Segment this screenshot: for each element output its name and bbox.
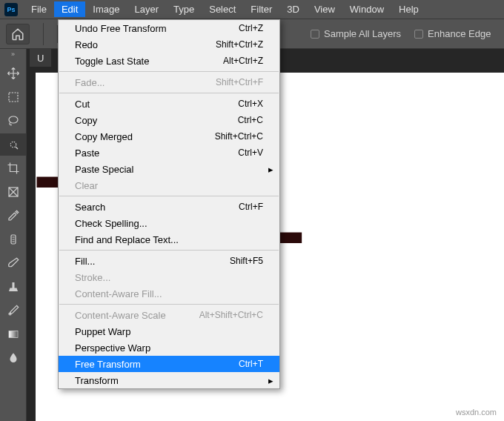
menu-item-paste-special[interactable]: Paste Special▸ [59,161,279,177]
tools-panel: » [0,49,27,421]
menu-item-shortcut: Ctrl+Z [239,23,263,33]
menu-item-label: Undo Free Transform [75,23,167,34]
watermark: wsxdn.com [456,408,497,417]
document-tab-label: U [37,53,44,64]
menu-item-content-aware-scale: Content-Aware ScaleAlt+Shift+Ctrl+C [59,307,279,323]
clone-stamp-tool[interactable] [0,276,26,298]
menu-item-transform[interactable]: Transform▸ [59,372,279,388]
enhance-edge-checkbox[interactable]: Enhance Edge [414,28,491,39]
gradient-tool[interactable] [0,323,26,345]
menu-file[interactable]: File [24,1,54,17]
menu-item-label: Fill... [75,256,95,267]
home-button[interactable] [6,24,30,44]
eyedropper-tool[interactable] [0,205,26,227]
menu-item-shortcut: Ctrl+X [238,99,263,109]
menu-item-label: Check Spelling... [75,218,147,229]
document-tab[interactable]: U [30,49,51,67]
menu-select[interactable]: Select [202,1,243,17]
menu-item-copy[interactable]: CopyCtrl+C [59,112,279,128]
panel-collapse-icon[interactable]: » [0,50,26,61]
menu-separator [59,196,279,196]
menu-item-cut[interactable]: CutCtrl+X [59,96,279,112]
menu-item-puppet-warp[interactable]: Puppet Warp [59,323,279,339]
menu-item-find-and-replace-text[interactable]: Find and Replace Text... [59,231,279,248]
menu-item-search[interactable]: SearchCtrl+F [59,199,279,215]
menu-item-toggle-last-state[interactable]: Toggle Last StateAlt+Ctrl+Z [59,53,279,69]
menu-item-fill[interactable]: Fill...Shift+F5 [59,253,279,269]
menu-item-label: Toggle Last State [75,56,149,67]
menu-item-label: Find and Replace Text... [75,234,179,245]
menu-item-label: Transform [75,375,119,386]
enhance-edge-label: Enhance Edge [428,28,491,39]
menu-item-shortcut: Ctrl+T [239,359,263,369]
menu-item-copy-merged[interactable]: Copy MergedShift+Ctrl+C [59,128,279,145]
menu-image[interactable]: Image [85,1,127,17]
menu-item-content-aware-fill: Content-Aware Fill... [59,285,279,302]
menu-item-label: Search [75,202,105,213]
menu-3d[interactable]: 3D [279,1,307,17]
menu-item-shortcut: Ctrl+V [238,147,263,158]
app-logo: Ps [4,3,18,16]
menu-item-shortcut: Ctrl+F [239,202,263,212]
sample-all-layers-label: Sample All Layers [324,28,401,39]
brush-tool[interactable] [0,252,26,274]
menu-item-label: Redo [75,39,98,50]
menu-layer[interactable]: Layer [127,1,167,17]
svg-rect-0 [9,93,18,102]
menu-item-label: Copy Merged [75,131,133,142]
menu-item-paste[interactable]: PasteCtrl+V [59,145,279,161]
menu-item-shortcut: Shift+Ctrl+Z [216,39,263,50]
menu-item-fade: Fade...Shift+Ctrl+F [59,74,279,90]
svg-rect-6 [9,331,18,338]
sample-all-layers-checkbox[interactable]: Sample All Layers [311,28,401,39]
menu-separator [59,93,279,93]
marquee-tool[interactable] [0,86,26,108]
menu-item-free-transform[interactable]: Free TransformCtrl+T [59,356,279,372]
checkbox-icon [414,30,423,39]
menu-item-shortcut: Shift+Ctrl+F [216,77,263,87]
menu-item-perspective-warp[interactable]: Perspective Warp [59,339,279,356]
divider [43,23,44,45]
healing-brush-tool[interactable] [0,228,26,251]
quick-selection-tool[interactable] [0,133,26,156]
menu-item-label: Fade... [75,77,105,88]
menu-item-stroke: Stroke... [59,269,279,285]
menu-window[interactable]: Window [342,1,391,17]
history-brush-tool[interactable] [0,299,26,322]
menu-item-shortcut: Shift+Ctrl+C [215,131,263,142]
menu-item-label: Copy [75,115,97,126]
menu-separator [59,250,279,251]
menu-item-shortcut: Shift+F5 [230,256,263,266]
menu-separator [59,304,279,305]
checkbox-icon [311,30,319,39]
edit-menu-dropdown: Undo Free TransformCtrl+ZRedoShift+Ctrl+… [58,19,280,389]
menu-item-redo[interactable]: RedoShift+Ctrl+Z [59,36,279,53]
menu-edit[interactable]: Edit [54,1,85,17]
menu-item-label: Free Transform [75,359,141,370]
menu-separator [59,71,279,72]
menu-item-undo-free-transform[interactable]: Undo Free TransformCtrl+Z [59,20,279,36]
menu-item-label: Puppet Warp [75,326,130,337]
frame-tool[interactable] [0,181,26,203]
blur-tool[interactable] [0,347,26,369]
lasso-tool[interactable] [0,110,26,132]
menu-item-label: Content-Aware Scale [75,310,166,321]
menu-item-label: Stroke... [75,272,110,283]
menu-item-shortcut: Alt+Shift+Ctrl+C [199,310,263,320]
menu-filter[interactable]: Filter [243,1,279,17]
menu-item-label: Cut [75,99,90,110]
menu-item-label: Paste [75,147,99,159]
menu-type[interactable]: Type [166,1,202,17]
submenu-arrow-icon: ▸ [268,164,273,175]
menu-item-shortcut: Ctrl+C [238,115,263,125]
menu-item-check-spelling[interactable]: Check Spelling... [59,215,279,231]
crop-tool[interactable] [0,157,26,179]
menu-view[interactable]: View [307,1,342,17]
menu-item-shortcut: Alt+Ctrl+Z [223,56,263,66]
svg-point-1 [9,116,18,123]
move-tool[interactable] [0,62,26,84]
svg-point-2 [10,142,16,147]
menu-help[interactable]: Help [391,1,426,17]
menu-item-clear: Clear [59,177,279,193]
menubar: Ps FileEditImageLayerTypeSelectFilter3DV… [0,0,504,19]
